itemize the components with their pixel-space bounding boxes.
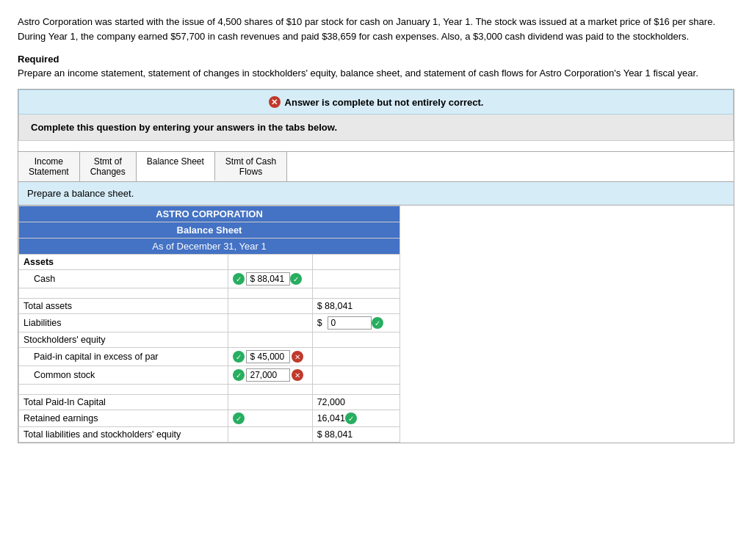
empty-row-2 — [19, 385, 400, 395]
total-assets-label: Total assets — [19, 299, 228, 314]
cash-label: Cash — [19, 270, 228, 288]
liabilities-row: Liabilities $ 0 ✓ — [19, 314, 400, 332]
required-label: Required — [18, 54, 734, 65]
balance-sheet-table: ASTRO CORPORATION Balance Sheet As of De… — [18, 206, 400, 443]
total-liabilities-row: Total liabilities and stockholders' equi… — [19, 427, 400, 443]
assets-input-col — [228, 255, 312, 270]
cash-input[interactable]: $ 88,041 — [246, 272, 290, 286]
cash-check-icon: ✓ — [233, 273, 245, 285]
answer-banner-text: Answer is complete but not entirely corr… — [285, 97, 484, 108]
paid-in-x-icon: ✕ — [292, 351, 303, 363]
tab-stmt-changes[interactable]: Stmt ofChanges — [80, 152, 137, 181]
retained-earnings-label: Retained earnings — [19, 410, 228, 427]
retained-earnings-row: Retained earnings ✓ 16,041 ✓ — [19, 410, 400, 427]
common-stock-check-icon: ✓ — [233, 369, 245, 381]
balance-sheet-container: ASTRO CORPORATION Balance Sheet As of De… — [18, 206, 400, 443]
paid-in-row: Paid-in capital in excess of par ✓ $ 45,… — [19, 348, 400, 366]
total-paid-in-value-cell: 72,000 — [312, 395, 400, 410]
liabilities-input-cell — [228, 314, 312, 332]
total-assets-row: Total assets $ 88,041 — [19, 299, 400, 314]
tab-stmt-cash-flows[interactable]: Stmt of CashFlows — [215, 152, 287, 181]
se-total-cell — [312, 332, 400, 348]
liabilities-value-cell: $ 0 ✓ — [312, 314, 400, 332]
total-assets-value-cell: $ 88,041 — [312, 299, 400, 314]
paid-in-input[interactable]: $ 45,000 — [246, 350, 290, 363]
total-liabilities-input-cell — [228, 427, 312, 443]
assets-label: Assets — [19, 255, 228, 270]
bs-corp-name: ASTRO CORPORATION — [19, 206, 400, 222]
complete-banner: Complete this question by entering your … — [18, 114, 734, 141]
retained-earnings-check-icon-2: ✓ — [345, 412, 357, 424]
paid-in-check-icon: ✓ — [233, 351, 245, 363]
retained-earnings-input-cell: ✓ — [228, 410, 312, 427]
retained-earnings-value: 16,041 — [317, 413, 345, 423]
common-stock-row: Common stock ✓ 27,000 ✕ — [19, 366, 400, 385]
common-stock-total-cell — [312, 366, 400, 385]
common-stock-input[interactable]: 27,000 — [246, 368, 290, 382]
common-stock-label: Common stock — [19, 366, 228, 385]
retained-earnings-check-icon: ✓ — [233, 412, 245, 424]
bs-date: As of December 31, Year 1 — [19, 239, 400, 255]
required-section: Required Prepare an income statement, st… — [18, 54, 734, 79]
question-box: ✕ Answer is complete but not entirely co… — [18, 89, 734, 443]
liabilities-dollar: $ — [317, 318, 322, 328]
cash-row: Cash ✓ $ 88,041 ✓ — [19, 270, 400, 288]
liabilities-check-icon: ✓ — [372, 317, 383, 329]
liabilities-label: Liabilities — [19, 314, 228, 332]
x-icon: ✕ — [269, 96, 281, 108]
assets-total-col — [312, 255, 400, 270]
bs-title: Balance Sheet — [19, 222, 400, 239]
total-paid-in-row: Total Paid-In Capital 72,000 — [19, 395, 400, 410]
se-input-cell — [228, 332, 312, 348]
paid-in-total-cell — [312, 348, 400, 366]
total-paid-in-label: Total Paid-In Capital — [19, 395, 228, 410]
cash-total-cell — [312, 270, 400, 288]
total-paid-in-input-cell — [228, 395, 312, 410]
total-liabilities-label: Total liabilities and stockholders' equi… — [19, 427, 228, 443]
intro-paragraph: Astro Corporation was started with the i… — [18, 15, 734, 43]
required-text: Prepare an income statement, statement o… — [18, 68, 734, 79]
common-stock-x-icon: ✕ — [292, 369, 303, 381]
paid-in-input-cell: ✓ $ 45,000 ✕ — [228, 348, 312, 366]
assets-header-row: Assets — [19, 255, 400, 270]
prepare-label: Prepare a balance sheet. — [18, 182, 734, 206]
tabs-row: IncomeStatement Stmt ofChanges Balance S… — [18, 151, 734, 182]
cash-input-cell: ✓ $ 88,041 ✓ — [228, 270, 312, 288]
liabilities-input[interactable]: 0 — [328, 316, 372, 330]
total-assets-input-cell — [228, 299, 312, 314]
stockholders-equity-label: Stockholders' equity — [19, 332, 228, 348]
paid-in-label: Paid-in capital in excess of par — [19, 348, 228, 366]
retained-earnings-value-cell: 16,041 ✓ — [312, 410, 400, 427]
common-stock-input-cell: ✓ 27,000 ✕ — [228, 366, 312, 385]
total-liabilities-value-cell: $ 88,041 — [312, 427, 400, 443]
cash-check-icon-2: ✓ — [290, 273, 302, 285]
stockholders-equity-row: Stockholders' equity — [19, 332, 400, 348]
tab-balance-sheet[interactable]: Balance Sheet — [137, 152, 215, 181]
empty-row-1 — [19, 288, 400, 299]
answer-banner: ✕ Answer is complete but not entirely co… — [18, 90, 734, 114]
tab-income-statement[interactable]: IncomeStatement — [18, 152, 80, 181]
